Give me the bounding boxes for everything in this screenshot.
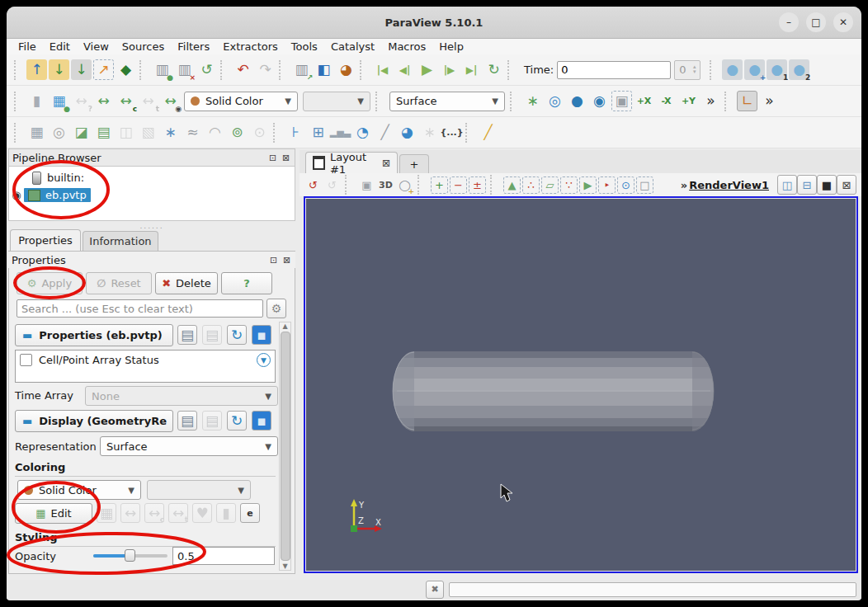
slice-icon[interactable]: ▤: [93, 122, 114, 143]
menu-file[interactable]: File: [12, 40, 43, 53]
rescale-temporal-small-icon[interactable]: ↔t: [168, 503, 188, 523]
interactive-select-cells-icon[interactable]: ▶: [579, 176, 597, 194]
visibility-eye-icon[interactable]: ◉: [9, 189, 24, 201]
help-button[interactable]: ?: [221, 272, 272, 294]
minimize-button[interactable]: –: [779, 12, 799, 32]
layout-tab[interactable]: Layout #1 ⊠: [305, 152, 398, 173]
plot-selection-over-time-icon[interactable]: ◕: [397, 122, 417, 143]
rescale-data-range-icon[interactable]: ↔: [93, 91, 114, 111]
open-file-icon[interactable]: ↑: [26, 59, 47, 80]
edit-color-button[interactable]: ▦ Edit: [15, 503, 92, 524]
next-frame-icon[interactable]: |▶: [439, 59, 460, 80]
pan-mode-icon[interactable]: ↺: [323, 176, 341, 194]
plot-data-over-time-icon[interactable]: ◔: [352, 122, 373, 143]
toggle-2d-3d-button[interactable]: 3D: [377, 176, 394, 194]
loop-icon[interactable]: ↻: [484, 59, 504, 80]
scrollbar-thumb[interactable]: [281, 332, 290, 561]
python-calculator-icon[interactable]: ∗: [419, 122, 440, 143]
title-bar[interactable]: ParaView 5.10.1 – □ ✕: [7, 7, 861, 39]
reset-camera-icon[interactable]: ∗: [522, 91, 543, 111]
array-status-checkbox[interactable]: [20, 354, 32, 366]
stream-tracer-icon[interactable]: ≈: [182, 122, 203, 143]
menu-extractors[interactable]: Extractors: [216, 40, 285, 53]
set-view-minus-x-icon[interactable]: -X: [656, 91, 677, 111]
render-view[interactable]: Y X Z: [304, 196, 858, 573]
zoom-to-box-icon[interactable]: ▣: [611, 91, 632, 111]
menu-edit[interactable]: Edit: [43, 40, 77, 53]
tab-information[interactable]: Information: [83, 231, 158, 251]
contour-icon[interactable]: ◎: [49, 122, 69, 143]
time-input[interactable]: [557, 61, 671, 79]
copy-properties-icon[interactable]: ▤: [177, 325, 197, 345]
set-view-plus-y-icon[interactable]: +Y: [678, 91, 699, 111]
capture-view-icon[interactable]: ▣: [358, 176, 375, 194]
histogram-icon[interactable]: ▂▅▃: [330, 122, 351, 143]
connect-server-icon[interactable]: ▥●: [152, 59, 172, 80]
view-overflow-icon[interactable]: »: [681, 179, 687, 191]
representation-combo[interactable]: Surface ▼: [100, 436, 278, 456]
array-status-header[interactable]: Cell/Point Array Status ▼: [16, 351, 275, 369]
color-by-combo[interactable]: Solid Color ▼: [184, 92, 298, 111]
tab-properties[interactable]: Properties: [10, 229, 81, 251]
first-frame-icon[interactable]: |◀: [372, 59, 393, 80]
load-palette-icon[interactable]: ◧: [314, 59, 334, 80]
scroll-down-icon[interactable]: ▼: [282, 562, 287, 570]
properties-section-button[interactable]: ▬ Properties (eb.pvtp): [15, 324, 173, 346]
group-datasets-icon[interactable]: ⊚: [227, 122, 248, 143]
rescale-visible-range-icon[interactable]: ↔◉: [160, 91, 181, 111]
maximize-button[interactable]: □: [806, 12, 826, 32]
toggle-color-legend-icon[interactable]: ▮: [26, 91, 47, 111]
pipeline-browser[interactable]: builtin: ◉ eb.pvtp: [8, 167, 295, 221]
rescale-custom-small-icon[interactable]: ↔c: [144, 503, 164, 523]
menu-filters[interactable]: Filters: [171, 40, 216, 53]
split-horizontal-icon[interactable]: ◫: [777, 175, 797, 195]
capture-screenshot-icon[interactable]: ↗: [93, 59, 114, 80]
subtract-selection-icon[interactable]: −: [450, 176, 467, 194]
orientation-axes-toggle[interactable]: ∟: [737, 91, 757, 111]
close-view-icon[interactable]: ⊠: [837, 175, 856, 195]
zoom-camera-icon[interactable]: ●: [722, 59, 743, 80]
save-state-icon[interactable]: ↓: [49, 59, 69, 80]
threshold-icon[interactable]: ◫: [116, 122, 136, 143]
slider-handle[interactable]: [125, 549, 135, 562]
set-view-plus-x-icon[interactable]: +X: [634, 91, 654, 111]
save-defaults-icon[interactable]: ▪: [252, 325, 271, 345]
select-points-through-icon[interactable]: ∵: [560, 176, 578, 194]
close-button[interactable]: ✕: [833, 12, 853, 32]
new-layout-tab[interactable]: +: [399, 154, 429, 173]
menu-tools[interactable]: Tools: [285, 40, 324, 53]
redo-icon[interactable]: ↷: [255, 59, 276, 80]
select-cells-on-icon[interactable]: ▲: [503, 176, 521, 194]
close-tab-icon[interactable]: ⊠: [382, 158, 390, 169]
reload-display-icon[interactable]: ↻: [227, 411, 247, 431]
menu-view[interactable]: View: [77, 40, 116, 53]
close-panel-icon[interactable]: ⊠: [281, 255, 292, 266]
float-panel-icon[interactable]: ⊡: [268, 255, 279, 266]
delete-button[interactable]: ✖ Delete: [155, 272, 218, 294]
pipeline-item-selected[interactable]: eb.pvtp: [24, 188, 91, 202]
undo-icon[interactable]: ↶: [233, 59, 253, 80]
previous-frame-icon[interactable]: ◀|: [394, 59, 415, 80]
reset-camera-closest-icon[interactable]: ●: [567, 91, 587, 111]
spinner-arrows-icon[interactable]: ▴▾: [686, 65, 700, 74]
pipeline-item-builtin[interactable]: builtin:: [9, 169, 295, 186]
zoom-to-data-icon[interactable]: ◎: [545, 91, 565, 111]
search-options-button[interactable]: ⚙: [267, 299, 286, 318]
show-legend-small-icon[interactable]: ▮: [216, 503, 236, 523]
pipeline-item-ebpvtp[interactable]: ◉ eb.pvtp: [9, 186, 295, 204]
menu-catalyst[interactable]: Catalyst: [324, 40, 381, 53]
apply-button[interactable]: ⚙ Apply: [17, 272, 83, 294]
representation-combo-toolbar[interactable]: Surface ▼: [389, 92, 505, 111]
toolbar-overflow-icon-2[interactable]: »: [759, 91, 780, 111]
render-view-title[interactable]: RenderView1: [689, 179, 769, 191]
camera-2-icon[interactable]: ●2: [789, 59, 809, 80]
play-icon[interactable]: ▶: [417, 59, 437, 80]
frame-spinner[interactable]: 0 ▴▾: [674, 60, 701, 80]
warp-by-vector-icon[interactable]: ◠: [205, 122, 225, 143]
clip-icon[interactable]: ◪: [71, 122, 92, 143]
measure-icon[interactable]: ╱: [478, 122, 498, 143]
properties-scrollbar[interactable]: ▲ ▼: [279, 322, 291, 571]
select-cells-through-icon[interactable]: ▱: [541, 176, 559, 194]
hover-points-icon[interactable]: ⊙: [617, 176, 634, 194]
opacity-value-field[interactable]: 0.5: [172, 547, 275, 565]
